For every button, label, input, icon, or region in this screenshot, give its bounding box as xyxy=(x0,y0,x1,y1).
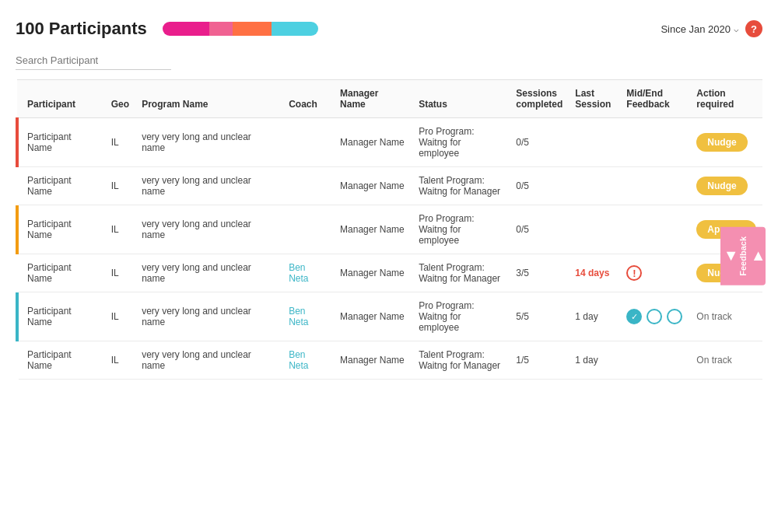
header-right: Since Jan 2020 ⌵ ? xyxy=(661,20,762,37)
cell-last-session xyxy=(569,205,620,254)
cell-program: very very long and unclear name xyxy=(135,118,282,167)
table-row: Participant Name IL very very long and u… xyxy=(17,254,762,292)
cell-status: Pro Program: Waitng for employee xyxy=(412,118,510,167)
col-program-label: Program Name xyxy=(142,99,276,110)
feedback-tab-label: Feedback xyxy=(738,236,748,276)
cell-manager: Manager Name xyxy=(334,205,412,254)
col-sessions-label: Sessions completed xyxy=(516,88,562,110)
table-row: Participant Name IL very very long and u… xyxy=(17,118,762,167)
nudge-button[interactable]: Nudge xyxy=(696,177,747,195)
cell-action: Nudge xyxy=(690,167,762,205)
cell-status: Pro Program: Waitng for employee xyxy=(412,205,510,254)
cell-action: On track xyxy=(690,292,762,341)
cell-manager: Manager Name xyxy=(334,254,412,292)
date-filter-label: Since Jan 2020 xyxy=(661,23,731,35)
coach-link[interactable]: Ben Neta xyxy=(289,349,308,371)
progress-bar xyxy=(163,22,318,36)
status-line2: Waitng for Manager xyxy=(419,273,500,284)
progress-segment-2 xyxy=(209,22,233,36)
cell-manager: Manager Name xyxy=(334,292,412,341)
feedback-tab-arrow-up[interactable]: ◀ xyxy=(724,252,736,261)
col-participant: Participant xyxy=(21,80,105,118)
cell-feedback xyxy=(620,167,690,205)
status-line2: Waitng for Manager xyxy=(419,186,500,197)
search-input[interactable] xyxy=(16,51,171,70)
cell-status: Talent Program: Waitng for Manager xyxy=(412,167,510,205)
col-status: Status xyxy=(412,80,510,118)
progress-segment-1 xyxy=(163,22,209,36)
col-sessions: Sessions completed xyxy=(510,80,569,118)
nudge-button[interactable]: Nudge xyxy=(696,133,747,152)
cell-feedback xyxy=(620,341,690,380)
cell-geo: IL xyxy=(105,341,135,380)
feedback-check-empty2 xyxy=(667,309,682,324)
cell-feedback: ! xyxy=(620,254,690,292)
cell-feedback: ✓ xyxy=(620,292,690,341)
cell-action: Nudge xyxy=(690,118,762,167)
cell-participant: Participant Name xyxy=(21,341,105,380)
col-manager-label: Manager Name xyxy=(340,88,406,110)
cell-participant: Participant Name xyxy=(21,292,105,341)
status-line2: Waitng for employee xyxy=(419,311,461,333)
coach-link[interactable]: Ben Neta xyxy=(289,262,308,284)
col-last-session: Last Session xyxy=(569,80,620,118)
on-track-label: On track xyxy=(696,311,731,322)
table-row: Participant Name IL very very long and u… xyxy=(17,292,762,341)
cell-geo: IL xyxy=(105,254,135,292)
cell-program: very very long and unclear name xyxy=(135,205,282,254)
help-icon[interactable]: ? xyxy=(745,20,762,37)
cell-program: very very long and unclear name xyxy=(135,254,282,292)
status-line1: Talent Program: xyxy=(419,175,485,186)
cell-coach xyxy=(282,167,334,205)
status-line1: Pro Program: xyxy=(419,126,474,137)
cell-status: Pro Program: Waitng for employee xyxy=(412,292,510,341)
on-track-label: On track xyxy=(696,355,731,366)
table-row: Participant Name IL very very long and u… xyxy=(17,167,762,205)
col-status-label: Status xyxy=(419,99,503,110)
status-line1: Pro Program: xyxy=(419,213,474,224)
col-geo: Geo xyxy=(105,80,135,118)
cell-last-session xyxy=(569,167,620,205)
last-session-value: 1 day xyxy=(575,355,598,366)
chevron-down-icon[interactable]: ⌵ xyxy=(734,24,739,34)
col-action: Action required xyxy=(690,80,762,118)
cell-feedback xyxy=(620,205,690,254)
status-line1: Talent Program: xyxy=(419,349,485,360)
cell-coach xyxy=(282,205,334,254)
status-line2: Waitng for employee xyxy=(419,224,461,246)
cell-last-session xyxy=(569,118,620,167)
col-geo-label: Geo xyxy=(111,99,129,110)
col-feedback-label: Mid/End Feedback xyxy=(626,88,684,110)
feedback-icons-group: ✓ xyxy=(626,309,684,324)
cell-sessions: 0/5 xyxy=(510,118,569,167)
cell-participant: Participant Name xyxy=(21,254,105,292)
cell-status: Talent Program: Waitng for Manager xyxy=(412,341,510,380)
date-filter[interactable]: Since Jan 2020 ⌵ xyxy=(661,23,739,35)
feedback-check-filled: ✓ xyxy=(626,309,642,324)
cell-sessions: 5/5 xyxy=(510,292,569,341)
cell-program: very very long and unclear name xyxy=(135,167,282,205)
cell-coach: Ben Neta xyxy=(282,254,334,292)
participants-table: Participant Geo Program Name Coach Manag… xyxy=(16,79,762,380)
col-last-session-label: Last Session xyxy=(575,88,614,110)
cell-sessions: 1/5 xyxy=(510,341,569,380)
col-participant-label: Participant xyxy=(27,99,99,110)
cell-sessions: 3/5 xyxy=(510,254,569,292)
header: 100 Participants Since Jan 2020 ⌵ ? xyxy=(16,19,762,39)
cell-participant: Participant Name xyxy=(21,205,105,254)
feedback-tab-arrow-down[interactable]: ▶ xyxy=(751,252,763,261)
page-title: 100 Participants xyxy=(16,19,147,39)
cell-manager: Manager Name xyxy=(334,341,412,380)
col-coach: Coach xyxy=(282,80,334,118)
feedback-side-tab[interactable]: ◀ Feedback ▶ xyxy=(720,227,766,285)
search-container xyxy=(16,51,762,70)
coach-link[interactable]: Ben Neta xyxy=(289,306,308,327)
cell-coach: Ben Neta xyxy=(282,341,334,380)
status-line1: Talent Program: xyxy=(419,262,485,273)
col-feedback: Mid/End Feedback xyxy=(620,80,690,118)
cell-coach: Ben Neta xyxy=(282,292,334,341)
feedback-check-empty1 xyxy=(647,309,662,324)
cell-last-session: 14 days xyxy=(569,254,620,292)
col-coach-label: Coach xyxy=(289,99,328,110)
table-row: Participant Name IL very very long and u… xyxy=(17,205,762,254)
